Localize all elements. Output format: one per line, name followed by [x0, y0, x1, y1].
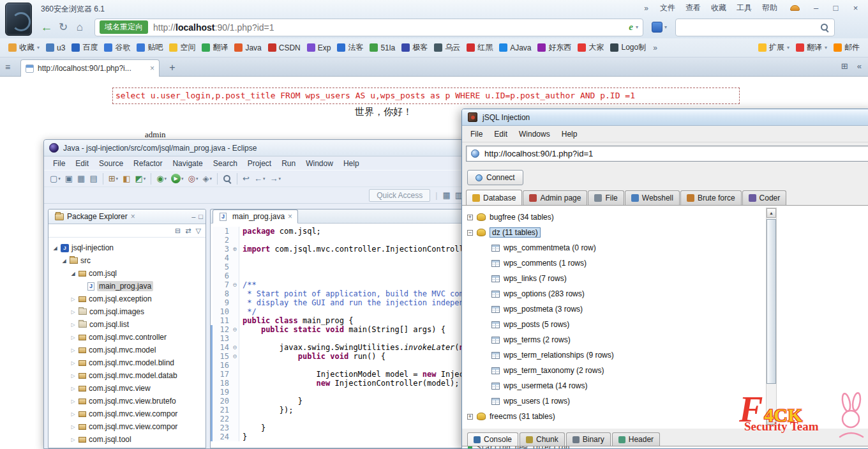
title-menu-item[interactable]: 查看 — [680, 1, 706, 15]
jsql-bottomtab-console[interactable]: Console — [467, 432, 518, 446]
fold-toggle-icon[interactable]: ⊖ — [231, 352, 239, 361]
java-perspective-icon[interactable]: ▦ — [442, 190, 450, 200]
title-menu-item[interactable]: 工具 — [731, 1, 757, 15]
jsql-tree-item[interactable]: wps_usermeta (14 rows) — [462, 378, 868, 393]
fold-toggle-icon[interactable]: ⊖ — [231, 325, 239, 334]
bookmark-tool-item[interactable]: 翻译▾ — [793, 40, 830, 55]
eclipse-menu-item[interactable]: Window — [301, 158, 338, 169]
bookmark-item[interactable]: 大家 — [574, 40, 607, 55]
tree-expand-icon[interactable]: ▷ — [69, 347, 77, 353]
bookmark-item[interactable]: 谷歌 — [101, 40, 133, 55]
refresh-button[interactable]: ↻ — [55, 20, 71, 34]
package-explorer-item[interactable]: ▷com.jsql.mvc.view — [49, 382, 206, 395]
jsql-menu-item[interactable]: Help — [556, 128, 583, 141]
eclipse-menu-item[interactable]: Help — [338, 158, 364, 169]
toolbar-extension-button[interactable]: ▾ — [648, 20, 670, 34]
bookmark-tool-item[interactable]: 扩展▾ — [755, 40, 793, 55]
bookmark-item[interactable]: 贴吧 — [133, 40, 166, 55]
jsql-menu-item[interactable]: Windows — [513, 128, 556, 141]
jsql-bottomtab-chunk[interactable]: Chunk — [520, 432, 565, 446]
bookmark-item[interactable]: 百度 — [68, 40, 101, 55]
bookmarks-overflow-chevron[interactable]: » — [649, 43, 661, 52]
tree-collapse-icon[interactable]: ◢ — [51, 245, 59, 251]
last-edit-location-button[interactable]: ↩ — [241, 172, 251, 186]
jsql-tab-coder[interactable]: Coder — [742, 190, 787, 205]
eclipse-menu-item[interactable]: Search — [208, 158, 243, 169]
jsql-tree-item[interactable]: +bugfree (34 tables) — [462, 209, 868, 225]
editor-tab-close-button[interactable]: × — [288, 212, 292, 221]
tree-expand-icon[interactable]: ▷ — [69, 360, 77, 366]
jsql-tree-item[interactable]: wps_posts (5 rows) — [462, 317, 868, 332]
redirect-badge[interactable]: 域名重定向 — [100, 20, 148, 34]
tab-list-icon[interactable]: ≡ — [5, 62, 10, 72]
eclipse-menu-item[interactable]: Edit — [70, 158, 94, 169]
title-menu-item[interactable]: 收藏 — [706, 1, 731, 15]
package-explorer-item[interactable]: ◢com.jsql — [49, 267, 206, 280]
tab-close-button[interactable]: × — [150, 64, 154, 73]
jsql-menu-item[interactable]: Edit — [488, 128, 513, 141]
browser-logo-icon[interactable] — [5, 3, 32, 36]
browser-tab[interactable]: http://localhost:90/1.php?i... × — [20, 59, 160, 77]
jsql-tree-item[interactable]: wps_terms (2 rows) — [462, 332, 868, 347]
vertical-scrollbar[interactable]: ▲ ▼ — [766, 208, 777, 425]
jsql-menu-item[interactable]: File — [465, 128, 488, 141]
debug-button[interactable]: ◉▾ — [154, 172, 168, 186]
maximize-view-icon[interactable]: □ — [198, 213, 203, 220]
package-explorer-item[interactable]: ▷com.jsql.tool — [49, 433, 206, 446]
package-explorer-item[interactable]: ▷com.jsql.images — [49, 305, 206, 318]
bookmark-item[interactable]: u3 — [43, 40, 68, 55]
fold-toggle-icon[interactable]: ⊖ — [231, 343, 239, 352]
bookmark-item[interactable]: Logo制 — [607, 40, 649, 55]
bookmark-item[interactable]: 红黑 — [463, 40, 496, 55]
eclipse-menu-item[interactable]: Run — [276, 158, 301, 169]
view-menu-icon[interactable]: ▽ — [196, 227, 201, 235]
package-explorer-item[interactable]: ▷com.jsql.mvc.model.datab — [49, 369, 206, 382]
new-package-button[interactable]: ◧ — [121, 172, 132, 186]
bookmark-item[interactable]: 翻译 — [198, 40, 231, 55]
package-explorer-item[interactable]: ▷com.jsql.mvc.view.compor — [49, 420, 206, 433]
jsql-tab-webshell[interactable]: Webshell — [625, 190, 680, 205]
skin-icon[interactable] — [790, 5, 800, 11]
package-explorer-item[interactable]: ▷com.jsql.mvc.view.compor — [49, 407, 206, 420]
tree-expand-icon[interactable]: ▷ — [69, 399, 77, 404]
jsql-bottomtab-binary[interactable]: Binary — [566, 432, 611, 446]
bookmark-item[interactable]: AJava — [496, 40, 534, 55]
back-button[interactable]: ← — [38, 20, 55, 34]
tree-expand-icon[interactable]: ▷ — [69, 411, 77, 417]
view-close-button[interactable]: × — [131, 212, 135, 221]
bookmark-item[interactable]: 极客 — [398, 40, 431, 55]
package-explorer-item[interactable]: ▷com.jsql.list — [49, 318, 206, 331]
tree-expand-icon[interactable]: ▷ — [69, 437, 77, 443]
search-button[interactable] — [221, 172, 234, 186]
tree-expand-icon[interactable]: ▷ — [69, 322, 77, 328]
bookmark-item[interactable]: 空间 — [166, 40, 198, 55]
package-explorer-item[interactable]: ▷com.jsql.mvc.view.brutefo — [49, 395, 206, 407]
tree-expand-icon[interactable]: ▷ — [69, 373, 77, 379]
bookmark-item[interactable]: Java — [231, 40, 264, 55]
address-input[interactable]: 域名重定向 http://localhost:90/1.php?id=1 e ▾ — [94, 19, 643, 36]
jsql-tree-item[interactable]: wps_term_taxonomy (2 rows) — [462, 363, 868, 378]
print-button[interactable]: ▤ — [87, 172, 99, 186]
coverage-button[interactable]: ◎▾ — [186, 172, 200, 186]
minimize-view-icon[interactable]: – — [191, 213, 195, 220]
bookmark-item[interactable]: Exp — [304, 40, 334, 55]
jsql-tab-brute-force[interactable]: Brute force — [680, 190, 742, 205]
package-explorer-item[interactable]: ▷com.jsql.exception — [49, 293, 206, 305]
eclipse-menu-item[interactable]: File — [48, 158, 70, 169]
jsql-tab-database[interactable]: Database — [466, 190, 522, 205]
package-explorer-tab[interactable]: Package Explorer × — [51, 211, 139, 222]
bookmark-item[interactable]: 收藏▾ — [5, 40, 43, 55]
jsql-url-input[interactable]: http://localhost:90/1.php?id=1 — [466, 146, 868, 162]
package-explorer-item[interactable]: Jmain_prog.java — [49, 280, 206, 293]
package-explorer-item[interactable]: ▷com.jsql.mvc.model — [49, 344, 206, 356]
eclipse-menu-item[interactable]: Refactor — [128, 158, 167, 169]
jsql-tab-file[interactable]: File — [588, 190, 624, 205]
tree-expand-icon[interactable]: ▷ — [69, 296, 77, 302]
tree-collapse-icon[interactable]: ◢ — [60, 258, 68, 264]
fold-toggle-icon[interactable]: ⊕ — [231, 245, 239, 254]
editor-tab[interactable]: J main_prog.java × — [213, 209, 298, 224]
bookmark-item[interactable]: CSDN — [265, 40, 304, 55]
quick-access-box[interactable]: Quick Access — [369, 189, 430, 202]
bookmark-item[interactable]: 乌云 — [431, 40, 463, 55]
jsql-bottomtab-header[interactable]: Header — [612, 432, 660, 446]
